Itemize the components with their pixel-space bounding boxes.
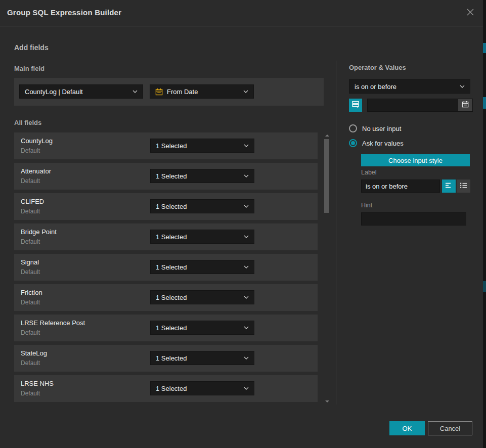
column-divider [336,61,336,405]
edge-highlight-mark [483,281,486,292]
label-style-list-button[interactable] [457,180,470,193]
label-input[interactable] [361,180,440,193]
dialog-header: Group SQL Expression Builder [0,0,483,26]
field-values-select-value: 1 Selected [156,385,241,392]
fields-list-scrollbar[interactable] [324,132,330,405]
field-sublabel: Default [21,147,40,154]
date-picker-button[interactable] [458,99,472,111]
all-fields-label: All fields [14,119,41,126]
hint-caption: Hint [361,202,372,209]
field-values-select-value: 1 Selected [156,294,241,301]
field-name: CLIFED [21,198,44,205]
field-name: Friction [21,289,42,296]
field-values-select[interactable]: 1 Selected [150,260,254,274]
chevron-down-icon [244,356,249,360]
field-values-select[interactable]: 1 Selected [150,139,254,153]
field-name: LRSE NHS [21,380,54,387]
field-name: Signal [21,258,39,266]
scroll-up-arrow-icon[interactable] [325,135,329,137]
chevron-down-icon [244,296,249,299]
radio-no-user-input[interactable]: No user input [349,124,401,132]
label-style-single-button[interactable] [442,180,456,193]
operator-select[interactable]: is on or before [349,79,470,94]
field-values-select-value: 1 Selected [156,263,241,271]
label-style-group [442,180,470,193]
edge-highlight-mark [483,43,486,53]
dialog-title: Group SQL Expression Builder [7,8,121,17]
field-name: LRSE Reference Post [21,319,85,327]
chevron-down-icon [244,144,249,147]
radio-checked-icon [349,139,357,147]
field-values-select-value: 1 Selected [156,354,241,362]
field-sublabel: Default [21,390,40,397]
field-row-bridge-point: Bridge Point Default 1 Selected [14,223,318,250]
field-row-lrse-nhs: LRSE NHS Default 1 Selected [14,375,318,402]
chevron-down-icon [132,90,138,93]
chevron-down-icon [244,326,249,329]
date-value-input[interactable] [368,99,458,111]
hint-input[interactable] [361,212,466,226]
field-row-attenuator: Attenuator Default 1 Selected [14,163,318,190]
chevron-down-icon [244,235,249,238]
field-values-select[interactable]: 1 Selected [150,199,254,213]
calendar-icon [155,88,163,96]
radio-unchecked-icon [349,124,357,132]
input-type-stacked-rows-icon [351,100,360,110]
field-values-select[interactable]: 1 Selected [150,290,254,304]
cancel-button[interactable]: Cancel [428,421,472,435]
main-field-label: Main field [14,65,45,72]
edge-highlight-mark [483,97,486,109]
chevron-down-icon [244,205,249,208]
add-fields-heading: Add fields [14,43,49,52]
field-values-select[interactable]: 1 Selected [150,321,254,335]
date-value-field [367,99,473,112]
chevron-down-icon [244,174,249,177]
scroll-down-arrow-icon[interactable] [325,400,329,402]
field-sublabel: Default [21,360,40,367]
close-button[interactable] [465,8,476,19]
field-row-friction: Friction Default 1 Selected [14,284,318,311]
field-values-select[interactable]: 1 Selected [150,230,254,244]
field-name: Attenuator [21,167,51,175]
main-field-select-value: From Date [167,88,240,96]
layer-select[interactable]: CountyLog | Default [19,84,143,99]
field-values-select[interactable]: 1 Selected [150,351,254,365]
chevron-down-icon [243,90,248,93]
page-edge-scroll-strip [483,0,486,448]
bulleted-list-icon [460,182,467,191]
field-values-select-value: 1 Selected [156,324,241,332]
field-values-select-value: 1 Selected [156,172,241,180]
close-icon [466,8,475,19]
field-name: CountyLog [21,137,53,145]
chevron-down-icon [244,265,249,268]
field-row-signal: Signal Default 1 Selected [14,254,318,281]
main-field-select[interactable]: From Date [150,84,254,99]
align-left-icon [445,182,453,191]
field-sublabel: Default [21,268,40,276]
field-values-select-value: 1 Selected [156,203,241,210]
field-sublabel: Default [21,177,40,185]
ok-button[interactable]: OK [389,421,425,435]
layer-select-value: CountyLog | Default [25,88,129,96]
radio-no-user-input-label: No user input [362,125,401,132]
scrollbar-thumb[interactable] [324,139,329,213]
radio-ask-for-values[interactable]: Ask for values [349,139,404,147]
field-name: StateLog [21,349,47,357]
choose-input-style-button[interactable]: Choose input style [361,154,470,166]
field-values-select[interactable]: 1 Selected [150,381,254,395]
field-row-countylog: CountyLog Default 1 Selected [14,132,318,159]
operator-select-value: is on or before [355,83,457,91]
field-sublabel: Default [21,329,40,336]
field-row-statelog: StateLog Default 1 Selected [14,345,318,372]
field-sublabel: Default [21,299,40,306]
field-values-select[interactable]: 1 Selected [150,169,254,183]
field-name: Bridge Point [21,228,57,236]
field-row-lrse-reference-post: LRSE Reference Post Default 1 Selected [14,315,318,341]
chevron-down-icon [244,387,249,390]
field-values-select-value: 1 Selected [156,142,241,150]
label-caption: Label [361,169,377,176]
radio-ask-for-values-label: Ask for values [362,140,404,147]
main-field-panel: CountyLog | Default From Date [14,78,324,106]
calendar-icon [462,101,469,110]
input-type-button[interactable] [349,99,362,112]
